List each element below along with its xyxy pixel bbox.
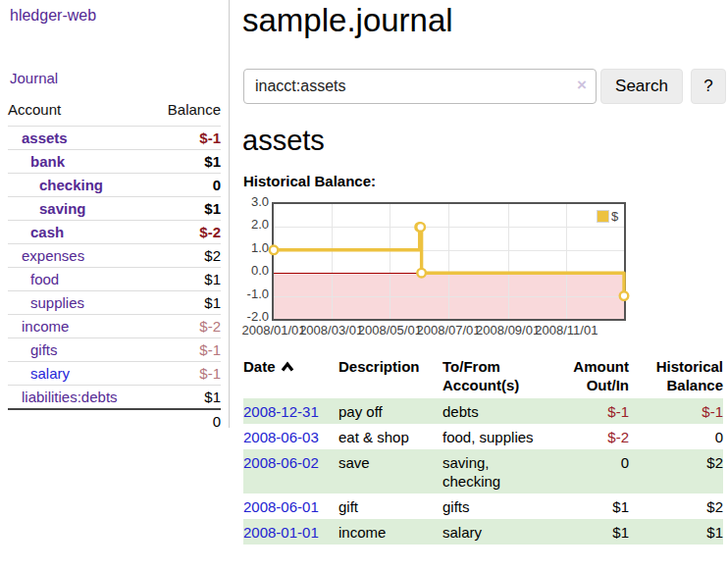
chart-data-point <box>417 269 426 278</box>
chart-data-point <box>620 291 629 300</box>
account-row-salary: salary $-1 <box>8 362 221 386</box>
transaction-balance: $2 <box>633 493 723 519</box>
chart-y-tick-label: 3.0 <box>243 194 269 210</box>
sort-ascending-icon <box>281 358 294 377</box>
chart-plot: $ <box>272 202 626 321</box>
account-heading: assets <box>242 125 325 157</box>
account-balance: $-1 <box>151 338 221 362</box>
account-row-assets: assets $-1 <box>8 127 221 150</box>
search-button[interactable]: Search <box>600 69 683 104</box>
register-row: 2008-01-01 income salary $1 $1 <box>243 519 723 545</box>
accounts-total-balance: 0 <box>151 409 221 433</box>
chart-x-tick-label: 2008/07/01 <box>416 323 480 338</box>
register-header-balance: Historical Balance <box>633 355 723 398</box>
transaction-description: pay off <box>338 398 442 424</box>
account-row-cash: cash $-2 <box>8 221 221 244</box>
register-header-date[interactable]: Date <box>243 355 338 398</box>
account-row-checking: checking 0 <box>8 174 221 197</box>
account-row-liabilities-debts: liabilities:debts $1 <box>8 386 221 410</box>
register-header-row: Date Description To/From Account(s) Amou… <box>243 355 723 398</box>
accounts-header-account: Account <box>8 99 151 127</box>
transaction-amount: $1 <box>552 493 633 519</box>
account-balance: $1 <box>151 197 221 221</box>
register-table: Date Description To/From Account(s) Amou… <box>243 355 723 545</box>
transaction-description: eat & shop <box>338 424 442 449</box>
account-balance: $-2 <box>151 315 221 338</box>
account-link-expenses[interactable]: expenses <box>22 247 84 264</box>
balance-chart: $ 3.02.01.00.0-1.0-2.02008/01/012008/03/… <box>243 196 728 343</box>
transaction-date-link[interactable]: 2008-06-01 <box>243 498 319 515</box>
account-balance: $1 <box>151 386 221 410</box>
account-row-expenses: expenses $2 <box>8 244 221 268</box>
chart-x-tick-label: 2008/09/01 <box>476 323 540 338</box>
account-link-supplies[interactable]: supplies <box>30 294 84 311</box>
clear-search-icon[interactable]: × <box>577 77 587 93</box>
account-link-salary[interactable]: salary <box>30 365 70 382</box>
search-input[interactable] <box>243 69 597 104</box>
chart-data-point <box>416 223 425 232</box>
transaction-amount: $1 <box>552 519 633 545</box>
page-title: sample.journal <box>242 2 453 39</box>
transaction-amount: 0 <box>552 449 633 493</box>
transaction-accounts: gifts <box>442 493 552 519</box>
account-link-cash[interactable]: cash <box>30 224 64 240</box>
help-button[interactable]: ? <box>691 69 726 104</box>
register-header-accounts: To/From Account(s) <box>442 355 552 398</box>
account-balance: $2 <box>151 244 221 268</box>
account-link-gifts[interactable]: gifts <box>30 341 58 358</box>
account-link-bank[interactable]: bank <box>30 153 65 170</box>
account-balance: $-1 <box>151 362 221 386</box>
account-balance: $-2 <box>151 221 221 244</box>
transaction-balance: $-1 <box>633 398 723 424</box>
chart-x-tick-label: 2008/03/01 <box>299 323 363 338</box>
accounts-header-row: Account Balance <box>8 99 221 127</box>
account-link-income[interactable]: income <box>22 318 69 335</box>
transaction-date-link[interactable]: 2008-06-03 <box>243 429 319 445</box>
account-row-bank: bank $1 <box>8 150 221 174</box>
chart-x-tick-label: 2008/05/01 <box>358 323 422 338</box>
sidebar-item-journal[interactable]: Journal <box>10 70 58 86</box>
chart-y-tick-label: -1.0 <box>243 286 269 302</box>
register-row: 2008-12-31 pay off debts $-1 $-1 <box>243 398 723 424</box>
transaction-amount: $-1 <box>552 398 633 424</box>
register-row: 2008-06-03 eat & shop food, supplies $-2… <box>243 424 723 449</box>
transaction-date-link[interactable]: 2008-12-31 <box>243 403 319 420</box>
transaction-date-link[interactable]: 2008-06-02 <box>243 454 319 471</box>
account-row-income: income $-2 <box>8 315 221 338</box>
brand-link[interactable]: hledger-web <box>10 7 96 25</box>
account-link-saving[interactable]: saving <box>39 200 86 217</box>
accounts-table: Account Balance assets $-1 bank $1 check… <box>8 99 221 433</box>
account-link-liabilities-debts[interactable]: liabilities:debts <box>22 389 118 405</box>
transaction-balance: $1 <box>633 519 723 545</box>
account-link-assets[interactable]: assets <box>22 130 68 146</box>
chart-x-tick-label: 2008/11/01 <box>535 323 598 338</box>
chart-title: Historical Balance: <box>243 173 376 189</box>
account-row-supplies: supplies $1 <box>8 291 221 315</box>
account-link-food[interactable]: food <box>30 271 59 287</box>
account-row-food: food $1 <box>8 268 221 291</box>
account-balance: $1 <box>151 150 221 174</box>
transaction-accounts: saving, checking <box>442 449 552 493</box>
transaction-accounts: food, supplies <box>442 424 552 449</box>
account-balance: 0 <box>151 174 221 197</box>
transaction-balance: 0 <box>633 424 723 449</box>
register-header-amount: Amount Out/In <box>552 355 633 398</box>
chart-data-point <box>270 246 279 255</box>
chart-x-tick-label: 2008/01/01 <box>241 323 305 338</box>
transaction-accounts: salary <box>442 519 552 545</box>
register-header-description: Description <box>338 355 442 398</box>
account-balance: $1 <box>151 268 221 291</box>
account-row-gifts: gifts $-1 <box>8 338 221 362</box>
accounts-total-row: 0 <box>8 409 221 433</box>
chart-y-tick-label: 2.0 <box>243 217 269 233</box>
transaction-date-link[interactable]: 2008-01-01 <box>243 524 319 541</box>
transaction-description: income <box>338 519 442 545</box>
transaction-description: gift <box>338 493 442 519</box>
transaction-description: save <box>338 449 442 493</box>
chart-series-line <box>274 204 624 319</box>
accounts-header-balance: Balance <box>151 99 221 127</box>
chart-y-tick-label: 1.0 <box>243 240 269 256</box>
transaction-balance: $2 <box>633 449 723 493</box>
sidebar-divider <box>229 0 230 428</box>
account-link-checking[interactable]: checking <box>39 177 103 193</box>
